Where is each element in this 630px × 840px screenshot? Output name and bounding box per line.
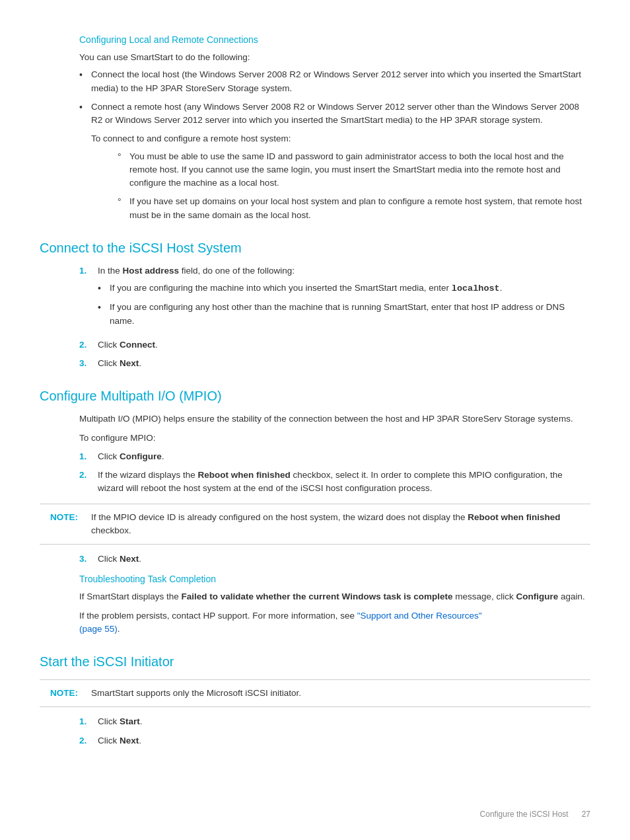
step-number: 2.: [79, 734, 98, 747]
start-iscsi-heading: Start the iSCSI Initiator: [40, 652, 590, 671]
troubleshooting-subsection: Troubleshooting Task Completion If Smart…: [40, 572, 590, 636]
start-label: Start: [120, 716, 140, 726]
note-label: NOTE:: [50, 511, 83, 538]
note-text: If the MPIO device ID is already configu…: [91, 511, 580, 538]
step-number: 2.: [79, 338, 98, 352]
footer-left: Configure the iSCSI Host: [480, 808, 569, 820]
list-item: 1. In the Host address field, do one of …: [40, 264, 590, 333]
list-item: You must be able to use the same ID and …: [118, 150, 590, 190]
reboot-when-finished-label: Reboot when finished: [468, 512, 560, 522]
configuring-heading: Configuring Local and Remote Connections: [79, 33, 590, 47]
page-footer: Configure the iSCSI Host 27: [480, 808, 590, 820]
mpio-intro-block: Multipath I/O (MPIO) helps ensure the st…: [79, 412, 590, 445]
list-item: 3. Click Next.: [40, 357, 590, 370]
step-number: 2.: [79, 469, 98, 496]
mpio-steps: 1. Click Configure. 2. If the wizard dis…: [40, 450, 590, 496]
step-number: 3.: [79, 357, 98, 370]
list-item: 3. Click Next.: [40, 553, 590, 566]
sub-bullets: If you are configuring the machine into …: [98, 282, 590, 328]
connect-iscsi-section: Connect to the iSCSI Host System 1. In t…: [40, 238, 590, 371]
list-item: 2. Click Connect.: [40, 338, 590, 352]
list-item: If you have set up domains on your local…: [118, 195, 590, 222]
step-number: 3.: [79, 553, 98, 566]
step-content: Click Start.: [98, 715, 590, 728]
troubleshooting-content: If SmartStart displays the Failed to val…: [79, 590, 590, 636]
configure-again-label: Configure: [516, 592, 559, 601]
mpio-heading: Configure Multipath I/O (MPIO): [40, 386, 590, 406]
localhost-code: localhost: [452, 284, 500, 293]
step-number: 1.: [79, 450, 98, 463]
start-iscsi-section: Start the iSCSI Initiator NOTE: SmartSta…: [40, 652, 590, 747]
next-label: Next: [120, 554, 139, 564]
step-content: Click Connect.: [98, 338, 590, 352]
list-item: If you are configuring the machine into …: [98, 282, 590, 295]
remote-intro: To connect to and configure a remote hos…: [91, 132, 590, 145]
failed-message-label: Failed to validate whether the current W…: [182, 592, 453, 601]
start-iscsi-steps: 1. Click Start. 2. Click Next.: [40, 715, 590, 747]
next-label: Next: [120, 358, 139, 368]
step-content: Click Next.: [98, 357, 590, 370]
list-item: If you are configuring any host other th…: [98, 301, 590, 328]
list-item: 2. Click Next.: [40, 734, 590, 747]
troubleshooting-heading: Troubleshooting Task Completion: [79, 572, 590, 586]
host-address-label: Host address: [123, 266, 180, 276]
support-link[interactable]: "Support and Other Resources"(page 55): [79, 611, 482, 634]
list-item: 1. Click Configure.: [40, 450, 590, 463]
start-iscsi-note-box: NOTE: SmartStart supports only the Micro…: [40, 679, 590, 707]
list-item: Connect the local host (the Windows Serv…: [79, 68, 590, 95]
configuring-bullets: Connect the local host (the Windows Serv…: [79, 68, 590, 222]
troubleshooting-para1: If SmartStart displays the Failed to val…: [79, 590, 590, 603]
configuring-intro: You can use SmartStart to do the followi…: [79, 51, 590, 64]
list-item: Connect a remote host (any Windows Serve…: [79, 100, 590, 222]
note-label: NOTE:: [50, 687, 83, 700]
reboot-label: Reboot when finished: [198, 470, 291, 480]
configuring-section: Configuring Local and Remote Connections…: [40, 33, 590, 222]
step-content: If the wizard displays the Reboot when f…: [98, 469, 590, 496]
next-label: Next: [120, 736, 139, 745]
step-number: 1.: [79, 715, 98, 728]
step-content: Click Next.: [98, 553, 590, 566]
configure-label: Configure: [120, 451, 162, 461]
remote-bullets: You must be able to use the same ID and …: [118, 150, 590, 222]
mpio-note-box: NOTE: If the MPIO device ID is already c…: [40, 504, 590, 545]
mpio-intro: Multipath I/O (MPIO) helps ensure the st…: [79, 412, 590, 426]
list-item: 1. Click Start.: [40, 715, 590, 728]
list-item: 2. If the wizard displays the Reboot whe…: [40, 469, 590, 496]
step-content: Click Next.: [98, 734, 590, 747]
mpio-intro2: To configure MPIO:: [79, 432, 590, 445]
connect-iscsi-steps: 1. In the Host address field, do one of …: [40, 264, 590, 371]
connect-label: Connect: [120, 340, 155, 350]
connect-iscsi-heading: Connect to the iSCSI Host System: [40, 238, 590, 258]
step-content: Click Configure.: [98, 450, 590, 463]
step-number: 1.: [79, 264, 98, 333]
troubleshooting-para2: If the problem persists, contact HP supp…: [79, 609, 590, 636]
mpio-step3: 3. Click Next.: [40, 553, 590, 566]
footer-right: 27: [582, 808, 590, 820]
mpio-section: Configure Multipath I/O (MPIO) Multipath…: [40, 386, 590, 636]
step-content: In the Host address field, do one of the…: [98, 264, 590, 333]
note-text: SmartStart supports only the Microsoft i…: [91, 687, 301, 700]
